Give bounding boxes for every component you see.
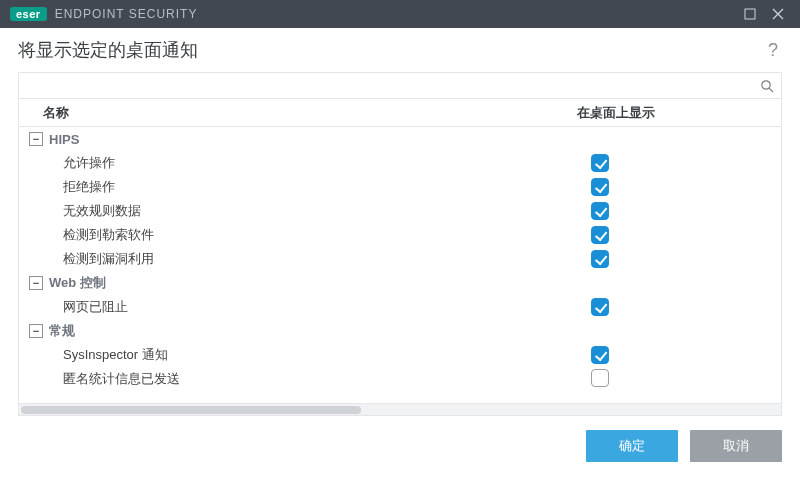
group-label: 常规 [49, 322, 75, 340]
item-label: 无效规则数据 [19, 202, 591, 220]
titlebar: eser ENDPOINT SECURITY [0, 0, 800, 28]
svg-line-2 [769, 88, 773, 92]
item-check-cell [591, 154, 781, 172]
table-body[interactable]: −HIPS允许操作拒绝操作无效规则数据检测到勒索软件检测到漏洞利用−Web 控制… [19, 127, 781, 403]
item-label: 匿名统计信息已发送 [19, 370, 591, 388]
item-check-cell [591, 226, 781, 244]
item-check-cell [591, 369, 781, 390]
group-row[interactable]: −常规 [19, 319, 781, 343]
show-on-desktop-checkbox[interactable] [591, 154, 609, 172]
show-on-desktop-checkbox[interactable] [591, 346, 609, 364]
table-row[interactable]: 无效规则数据 [19, 199, 781, 223]
table-header: 名称 在桌面上显示 [19, 99, 781, 127]
page-title: 将显示选定的桌面通知 [18, 38, 198, 62]
group-row[interactable]: −Web 控制 [19, 271, 781, 295]
subheader: 将显示选定的桌面通知 ? [0, 28, 800, 72]
brand-badge: eser [10, 7, 47, 21]
column-name[interactable]: 名称 [19, 104, 577, 122]
item-label: 检测到漏洞利用 [19, 250, 591, 268]
minimize-icon [744, 8, 756, 20]
column-show[interactable]: 在桌面上显示 [577, 104, 767, 122]
svg-point-1 [762, 80, 770, 88]
show-on-desktop-checkbox[interactable] [591, 298, 609, 316]
brand-product: ENDPOINT SECURITY [55, 7, 198, 21]
group-row[interactable]: −HIPS [19, 127, 781, 151]
item-label: 拒绝操作 [19, 178, 591, 196]
table-row[interactable]: 检测到漏洞利用 [19, 247, 781, 271]
table-row[interactable]: SysInspector 通知 [19, 343, 781, 367]
show-on-desktop-checkbox[interactable] [591, 178, 609, 196]
horizontal-scrollbar[interactable] [19, 403, 781, 415]
close-icon [772, 8, 784, 20]
item-check-cell [591, 346, 781, 364]
item-check-cell [591, 298, 781, 316]
table-row[interactable]: 网页已阻止 [19, 295, 781, 319]
search-bar [19, 73, 781, 99]
ok-button[interactable]: 确定 [586, 430, 678, 462]
show-on-desktop-checkbox[interactable] [591, 202, 609, 220]
table-row[interactable]: 拒绝操作 [19, 175, 781, 199]
item-label: SysInspector 通知 [19, 346, 591, 364]
group-label: HIPS [49, 132, 79, 147]
collapse-icon[interactable]: − [29, 324, 43, 338]
search-icon[interactable] [753, 79, 781, 93]
item-check-cell [591, 178, 781, 196]
search-input[interactable] [19, 73, 753, 98]
item-check-cell [591, 250, 781, 268]
collapse-icon[interactable]: − [29, 276, 43, 290]
show-on-desktop-checkbox[interactable] [591, 369, 609, 387]
item-label: 检测到勒索软件 [19, 226, 591, 244]
dialog-footer: 确定 取消 [0, 416, 800, 476]
show-on-desktop-checkbox[interactable] [591, 226, 609, 244]
table-row[interactable]: 允许操作 [19, 151, 781, 175]
show-on-desktop-checkbox[interactable] [591, 250, 609, 268]
item-label: 允许操作 [19, 154, 591, 172]
item-check-cell [591, 202, 781, 220]
item-label: 网页已阻止 [19, 298, 591, 316]
table-row[interactable]: 检测到勒索软件 [19, 223, 781, 247]
table-row[interactable]: 匿名统计信息已发送 [19, 367, 781, 391]
minimize-button[interactable] [736, 0, 764, 28]
notification-panel: 名称 在桌面上显示 −HIPS允许操作拒绝操作无效规则数据检测到勒索软件检测到漏… [18, 72, 782, 416]
svg-rect-0 [745, 9, 755, 19]
cancel-button[interactable]: 取消 [690, 430, 782, 462]
collapse-icon[interactable]: − [29, 132, 43, 146]
close-button[interactable] [764, 0, 792, 28]
horizontal-scrollbar-thumb[interactable] [21, 406, 361, 414]
group-label: Web 控制 [49, 274, 106, 292]
help-button[interactable]: ? [764, 40, 782, 61]
